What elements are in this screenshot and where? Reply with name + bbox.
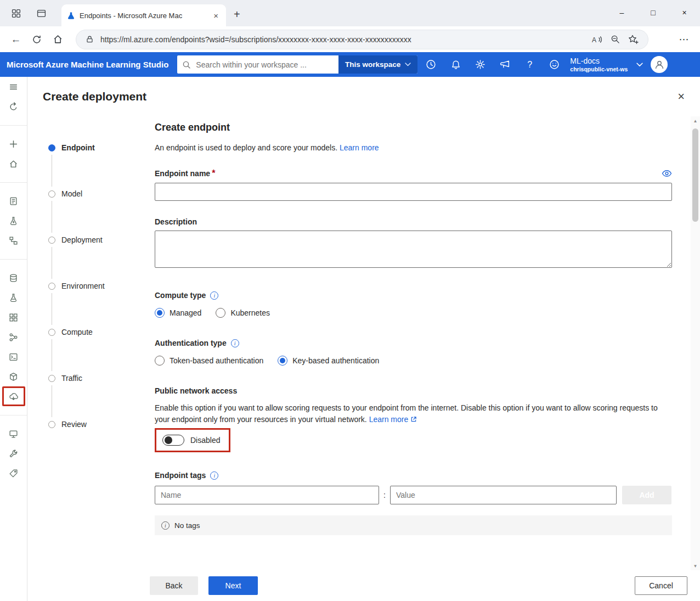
radio-key-based[interactable]: Key-based authentication — [278, 356, 379, 366]
notifications-bell-icon[interactable] — [443, 52, 468, 77]
wizard-step-endpoint[interactable]: Endpoint — [27, 141, 155, 155]
window-maximize-button[interactable]: □ — [637, 0, 669, 25]
zoom-out-icon[interactable] — [609, 35, 622, 44]
announcements-megaphone-icon[interactable] — [493, 52, 517, 77]
refresh-icon[interactable] — [26, 29, 47, 50]
step-dot — [48, 190, 55, 198]
pipelines-icon[interactable] — [4, 327, 24, 347]
browser-tab[interactable]: Endpoints - Microsoft Azure Mac × — [61, 4, 226, 26]
create-endpoint-form: Create endpoint An endpoint is used to d… — [155, 116, 691, 570]
window-close-button[interactable]: × — [669, 0, 700, 25]
address-bar[interactable]: https://ml.azure.com/endpoints?wsid=/sub… — [76, 30, 648, 49]
endpoint-tags-info-icon[interactable]: i — [210, 471, 218, 480]
step-dot — [48, 237, 55, 244]
menu-icon[interactable] — [4, 77, 24, 97]
tag-value-input[interactable] — [390, 486, 617, 504]
step-dot — [48, 421, 55, 428]
wizard-step-compute[interactable]: Compute — [27, 325, 155, 339]
header-icons: ? — [419, 52, 567, 77]
scrollbar-track[interactable] — [691, 125, 700, 561]
radio-token-based[interactable]: Token-based authentication — [155, 356, 263, 366]
back-icon[interactable]: ← — [5, 29, 26, 50]
sidebar-divider — [0, 259, 27, 260]
workspace-search[interactable]: This workspace — [177, 55, 417, 74]
endpoint-name-label-row: Endpoint name * — [155, 168, 672, 178]
radio-circle — [216, 308, 225, 318]
radio-circle — [278, 356, 287, 366]
wizard-step-model[interactable]: Model — [27, 187, 155, 201]
workspaces-icon[interactable] — [7, 4, 25, 23]
compute-icon[interactable] — [4, 424, 24, 443]
endpoint-name-input[interactable] — [155, 183, 672, 201]
intro-learn-more-link[interactable]: Learn more — [340, 143, 379, 152]
url-text: https://ml.azure.com/endpoints?wsid=/sub… — [100, 35, 585, 44]
feedback-smiley-icon[interactable] — [542, 52, 567, 77]
public-network-toggle[interactable] — [162, 435, 184, 446]
browser-nav-bar: ← https://ml.azure.com/endpoints?wsid=/s… — [0, 26, 700, 52]
search-input[interactable] — [196, 60, 338, 69]
linked-services-icon[interactable] — [4, 443, 24, 463]
add-tag-button[interactable]: Add — [622, 486, 671, 504]
sidebar-home-icon[interactable] — [4, 154, 24, 173]
models-icon[interactable] — [4, 367, 24, 386]
endpoint-tags-label-row: Endpoint tags i — [155, 471, 672, 480]
radio-managed[interactable]: Managed — [155, 308, 201, 318]
user-avatar[interactable] — [651, 56, 668, 73]
wizard-step-traffic[interactable]: Traffic — [27, 371, 155, 385]
automated-ml-icon[interactable] — [4, 211, 24, 231]
compute-type-label-row: Compute type i — [155, 291, 672, 300]
components-icon[interactable] — [4, 307, 24, 327]
jobs-icon[interactable] — [4, 288, 24, 307]
description-input[interactable] — [155, 231, 672, 268]
wizard-steps: Endpoint Model Deployment — [27, 116, 155, 570]
panel-scrollbar[interactable]: ▲ ▼ — [691, 116, 700, 570]
public-network-learn-more-link[interactable]: Learn more — [369, 415, 417, 424]
data-labeling-icon[interactable] — [4, 463, 24, 483]
sidebar-divider — [0, 125, 27, 126]
wizard-step-environment[interactable]: Environment — [27, 279, 155, 293]
recent-activity-icon[interactable] — [419, 52, 443, 77]
scrollbar-up-icon[interactable]: ▲ — [693, 116, 698, 125]
help-icon[interactable]: ? — [517, 52, 542, 77]
search-scope-dropdown[interactable]: This workspace — [338, 55, 417, 74]
radio-kubernetes[interactable]: Kubernetes — [216, 308, 270, 318]
read-aloud-icon[interactable]: A — [590, 35, 604, 44]
tab-title: Endpoints - Microsoft Azure Mac — [80, 12, 207, 20]
data-icon[interactable] — [4, 268, 24, 288]
tab-close-icon[interactable]: × — [211, 11, 221, 20]
panel-title: Create deployment — [43, 90, 146, 103]
cancel-button[interactable]: Cancel — [635, 576, 687, 595]
scrollbar-down-icon[interactable]: ▼ — [693, 561, 698, 570]
wizard-step-deployment[interactable]: Deployment — [27, 233, 155, 247]
favorites-add-icon[interactable] — [626, 35, 640, 44]
next-button[interactable]: Next — [208, 576, 258, 595]
scrollbar-thumb[interactable] — [692, 128, 698, 222]
panel-body: Endpoint Model Deployment — [27, 116, 700, 570]
tab-actions-icon[interactable] — [32, 4, 50, 23]
description-label-row: Description — [155, 217, 672, 226]
undo-icon[interactable] — [4, 97, 24, 116]
step-connector — [52, 385, 52, 417]
window-minimize-button[interactable]: – — [606, 0, 637, 25]
endpoints-icon[interactable] — [2, 386, 25, 406]
workspace-chevron-down-icon[interactable] — [636, 63, 643, 67]
workspace-selector[interactable]: ML-docs chrisqpublic-vnet-ws — [570, 57, 628, 72]
browser-menu-icon[interactable]: ⋯ — [674, 33, 695, 46]
panel-close-icon[interactable]: × — [678, 91, 685, 103]
eye-icon[interactable] — [662, 170, 672, 177]
tag-name-input[interactable] — [155, 486, 379, 504]
back-button[interactable]: Back — [150, 576, 198, 595]
compute-type-info-icon[interactable]: i — [210, 291, 218, 300]
new-plus-icon[interactable] — [4, 134, 24, 154]
lock-icon[interactable] — [84, 35, 95, 43]
workspace-area: Create deployment × Endpoint Model — [0, 77, 700, 601]
designer-icon[interactable] — [4, 231, 24, 250]
panel-footer: Back Next Cancel — [27, 570, 700, 601]
authentication-type-info-icon[interactable]: i — [231, 339, 239, 347]
home-icon[interactable] — [47, 29, 68, 50]
wizard-step-review[interactable]: Review — [27, 417, 155, 431]
new-tab-button[interactable]: + — [234, 9, 240, 20]
environments-icon[interactable] — [4, 347, 24, 367]
notebooks-icon[interactable] — [4, 191, 24, 211]
settings-gear-icon[interactable] — [468, 52, 493, 77]
